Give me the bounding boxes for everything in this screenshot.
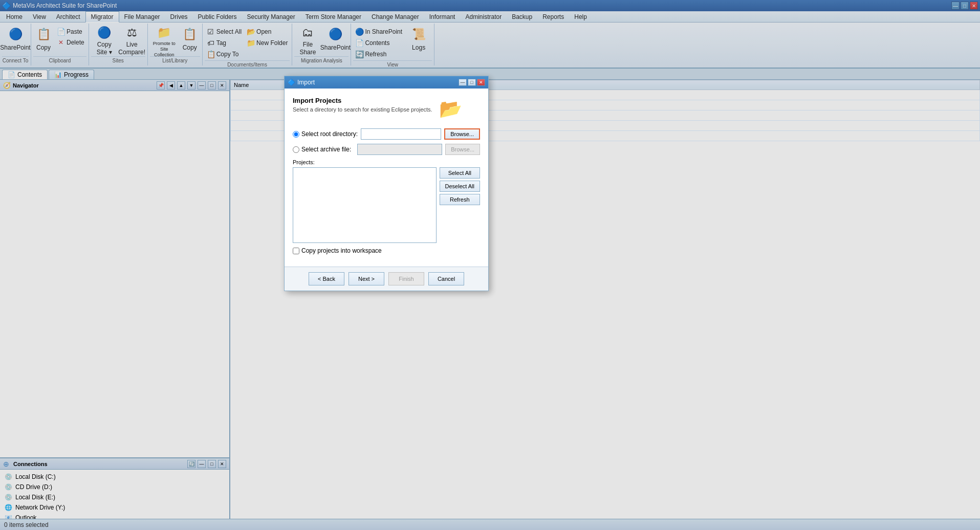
logs-button[interactable]: 📜 Logs (405, 25, 432, 54)
modal-restore-btn[interactable]: □ (468, 79, 476, 86)
connections-panel: ⊕ Connections 🔄 — □ ✕ 💿 Local Disk (C:) … (0, 457, 229, 519)
local-c-icon: 💿 (4, 473, 12, 481)
open-icon: 📂 (247, 28, 255, 36)
navigator-pin-btn[interactable]: 📌 (157, 81, 165, 90)
cancel-button[interactable]: Cancel (428, 272, 464, 285)
menu-file-manager[interactable]: File Manager (119, 11, 165, 23)
live-compare-button[interactable]: ⚖ Live Compare! (119, 25, 145, 54)
sharepoint-ma-icon: 🔵 (327, 26, 343, 42)
menu-public-folders[interactable]: Public Folders (193, 11, 242, 23)
copy-ll-icon: 📋 (182, 26, 198, 42)
paste-button[interactable]: 📄 Paste (55, 27, 86, 37)
tab-contents[interactable]: 📄 Contents (2, 70, 48, 79)
modal-description: Select a directory to search for existin… (293, 106, 432, 113)
modal-body: Import Projects Select a directory to se… (285, 89, 488, 267)
navigator-title: Navigator (13, 82, 155, 89)
copy-large-button[interactable]: 📋 Copy (33, 25, 54, 54)
menu-drives[interactable]: Drives (165, 11, 193, 23)
connections-refresh-btn[interactable]: 🔄 (187, 460, 195, 468)
paste-icon: 📄 (57, 28, 65, 36)
select-all-button[interactable]: ☑ Select All (205, 27, 244, 37)
local-c-label: Local Disk (C:) (15, 473, 56, 480)
open-button[interactable]: 📂 Open (245, 27, 290, 37)
copy-to-button[interactable]: 📋 Copy To (205, 49, 244, 59)
root-directory-radio[interactable] (293, 131, 299, 138)
copy-projects-checkbox[interactable] (293, 248, 299, 254)
status-text: 0 items selected (4, 521, 49, 528)
select-all-dialog-button[interactable]: Select All (440, 167, 480, 179)
modal-close-btn[interactable]: ✕ (477, 79, 485, 86)
sharepoint-icon: 🔵 (7, 26, 24, 42)
menu-home[interactable]: Home (1, 11, 28, 23)
sharepoint-ma-button[interactable]: 🔵 SharePoint (322, 25, 349, 54)
connections-max-btn[interactable]: □ (208, 460, 216, 468)
navigator-down-btn[interactable]: ▼ (187, 81, 195, 90)
main-layout: 🧭 Navigator 📌 ◀ ▲ ▼ — □ ✕ ⊕ Connections … (0, 80, 980, 519)
ribbon: 🔵 SharePoint Connect To 📋 Copy 📄 Paste (0, 23, 980, 69)
connection-network-y[interactable]: 🌐 Network Drive (Y:) (4, 502, 225, 513)
back-button[interactable]: < Back (309, 272, 344, 285)
file-share-button[interactable]: 🗂 File Share (294, 25, 321, 54)
promote-to-collection-button[interactable]: 📁 Promote to Site Collection (150, 25, 179, 54)
menu-backup[interactable]: Backup (507, 11, 537, 23)
ribbon-group-list-library: 📁 Promote to Site Collection 📋 Copy List… (148, 24, 203, 65)
connection-local-e[interactable]: 💿 Local Disk (E:) (4, 492, 225, 502)
navigator-icon: 🧭 (3, 82, 11, 89)
deselect-all-button[interactable]: Deselect All (440, 181, 480, 192)
connections-close-btn[interactable]: ✕ (218, 460, 226, 468)
tag-icon: 🏷 (207, 39, 215, 47)
tag-button[interactable]: 🏷 Tag (205, 38, 244, 48)
tab-progress[interactable]: 📊 Progress (49, 70, 94, 79)
connection-local-c[interactable]: 💿 Local Disk (C:) (4, 472, 225, 482)
connections-min-btn[interactable]: — (198, 460, 206, 468)
navigator-max-btn[interactable]: □ (208, 81, 216, 90)
copy-ll-button[interactable]: 📋 Copy (180, 25, 200, 54)
modal-minimize-btn[interactable]: — (459, 79, 467, 86)
logs-icon: 📜 (410, 26, 427, 42)
navigator-up-btn[interactable]: ▲ (177, 81, 185, 90)
refresh-view-icon: 🔄 (355, 50, 363, 58)
menu-administrator[interactable]: Administrator (460, 11, 507, 23)
migration-analysis-label: Migration Analysis (294, 56, 349, 64)
menu-change-manager[interactable]: Change Manager (366, 11, 424, 23)
archive-file-input[interactable] (357, 144, 442, 155)
menu-help[interactable]: Help (569, 11, 592, 23)
copy-site-button[interactable]: 🔵 Copy Site ▾ (91, 25, 118, 54)
archive-file-radio[interactable] (293, 146, 299, 153)
modal-header-text: Import Projects Select a directory to se… (293, 97, 432, 113)
restore-button[interactable]: □ (961, 2, 969, 10)
navigator-collapse-btn[interactable]: ◀ (167, 81, 175, 90)
new-folder-button[interactable]: 📁 New Folder (245, 38, 290, 48)
navigator-close-btn[interactable]: ✕ (218, 81, 226, 90)
minimize-button[interactable]: — (951, 2, 960, 10)
contents-view-button[interactable]: 📄 Contents (353, 38, 404, 48)
menu-informant[interactable]: Informant (424, 11, 461, 23)
sharepoint-button[interactable]: 🔵 SharePoint (2, 25, 29, 54)
menu-security-manager[interactable]: Security Manager (242, 11, 300, 23)
menu-term-store-manager[interactable]: Term Store Manager (300, 11, 366, 23)
navigator-min-btn[interactable]: — (198, 81, 206, 90)
copy-to-icon: 📋 (207, 50, 215, 58)
title-bar-left: 🔷 MetaVis Architect Suite for SharePoint (2, 2, 117, 10)
delete-button[interactable]: ✕ Delete (55, 38, 86, 47)
menu-architect[interactable]: Architect (51, 11, 85, 23)
connection-outlook[interactable]: 📧 Outlook (4, 513, 225, 519)
contents-view-icon: 📄 (355, 39, 363, 47)
browse-root-button[interactable]: Browse... (444, 128, 480, 140)
navigator-content (0, 91, 229, 457)
outlook-icon: 📧 (4, 514, 12, 519)
refresh-dialog-button[interactable]: Refresh (440, 194, 480, 205)
status-bar: 0 items selected (0, 519, 980, 530)
close-button[interactable]: ✕ (970, 2, 978, 10)
in-sharepoint-button[interactable]: 🔵 In SharePoint (353, 27, 404, 37)
refresh-view-button[interactable]: 🔄 Refresh (353, 49, 404, 59)
connection-cd-d[interactable]: 💿 CD Drive (D:) (4, 482, 225, 492)
menu-reports[interactable]: Reports (537, 11, 569, 23)
clipboard-label: Clipboard (33, 56, 86, 64)
menu-view[interactable]: View (28, 11, 51, 23)
tab-progress-label: Progress (64, 71, 89, 78)
root-directory-input[interactable] (361, 128, 441, 140)
next-button[interactable]: Next > (349, 272, 384, 285)
menu-migrator[interactable]: Migrator (85, 11, 119, 23)
navigator-header: 🧭 Navigator 📌 ◀ ▲ ▼ — □ ✕ (0, 80, 229, 91)
